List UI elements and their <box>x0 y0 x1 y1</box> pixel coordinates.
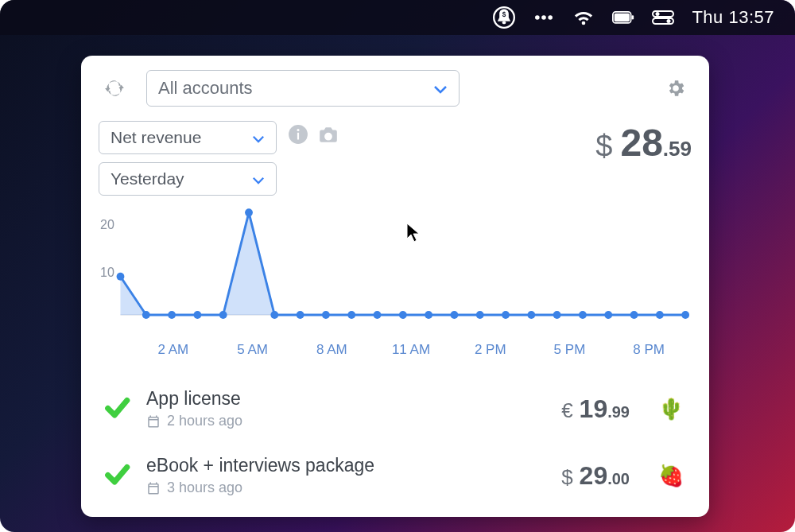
svg-point-35 <box>579 311 587 319</box>
svg-rect-8 <box>632 15 634 19</box>
chart-x-tick: 5 AM <box>213 342 293 358</box>
transaction-row[interactable]: App license2 hours ago€19.99🌵 <box>99 375 692 442</box>
svg-point-38 <box>656 311 664 319</box>
transaction-cents: .99 <box>607 403 630 421</box>
transaction-amount: $29.00 <box>561 461 630 491</box>
chart-x-tick: 5 PM <box>530 342 610 358</box>
settings-button[interactable] <box>660 72 692 104</box>
svg-point-39 <box>681 311 689 319</box>
more-icon[interactable] <box>533 6 555 29</box>
svg-point-30 <box>451 311 459 319</box>
svg-point-12 <box>667 19 671 23</box>
svg-rect-7 <box>615 14 630 22</box>
chevron-down-icon <box>252 128 265 147</box>
account-selector-label: All accounts <box>158 78 253 99</box>
total-amount: $ 28.59 <box>595 121 692 165</box>
chart-canvas <box>99 204 692 339</box>
transaction-title: App license <box>146 388 242 410</box>
svg-point-19 <box>168 311 176 319</box>
refresh-button[interactable] <box>99 72 130 104</box>
svg-point-23 <box>270 311 278 319</box>
svg-point-31 <box>476 311 484 319</box>
chart-y-tick: 20 <box>100 218 114 232</box>
camera-icon[interactable] <box>318 124 339 148</box>
svg-point-17 <box>117 273 125 281</box>
calendar-icon <box>146 481 161 495</box>
svg-point-27 <box>374 311 382 319</box>
transaction-whole: 19 <box>580 394 608 423</box>
menubar-app-icon[interactable]: $ <box>493 6 515 29</box>
transaction-subtitle: 3 hours ago <box>146 480 374 496</box>
wifi-icon[interactable] <box>572 6 595 29</box>
transactions-list: App license2 hours ago€19.99🌵eBook + int… <box>99 375 692 509</box>
svg-point-26 <box>347 311 355 319</box>
svg-point-33 <box>527 311 535 319</box>
transaction-title: eBook + interviews package <box>146 455 374 476</box>
account-selector[interactable]: All accounts <box>146 70 460 107</box>
info-icon[interactable] <box>288 124 308 148</box>
transaction-time: 3 hours ago <box>167 480 242 496</box>
svg-rect-1 <box>502 21 506 25</box>
control-center-icon[interactable] <box>652 6 674 29</box>
transaction-body: eBook + interviews package3 hours ago <box>146 455 374 496</box>
svg-text:$: $ <box>502 11 506 18</box>
transaction-row[interactable]: eBook + interviews package3 hours ago$29… <box>99 442 692 509</box>
svg-point-20 <box>193 311 201 319</box>
filters-row: Net revenue Yesterday $ 28.59 <box>99 121 692 196</box>
menubar-popover: All accounts Net revenue Yesterday <box>81 56 709 517</box>
svg-point-10 <box>656 12 660 16</box>
transaction-body: App license2 hours ago <box>146 388 242 429</box>
transaction-emoji: 🌵 <box>655 397 687 421</box>
svg-point-15 <box>297 129 299 131</box>
svg-point-29 <box>425 311 432 319</box>
metric-selector-label: Net revenue <box>111 128 201 147</box>
transaction-currency: € <box>561 398 572 423</box>
chart-x-tick: 2 PM <box>451 342 530 358</box>
transaction-cents: .00 <box>607 470 630 487</box>
transaction-currency: $ <box>561 465 572 490</box>
revenue-chart: 20 10 2 AM5 AM8 AM11 AM2 PM5 PM8 PM <box>99 204 692 358</box>
transaction-subtitle: 2 hours ago <box>146 413 242 429</box>
chart-x-tick: 2 AM <box>134 342 213 358</box>
menubar-clock[interactable]: Thu 13:57 <box>692 7 774 28</box>
calendar-icon <box>146 414 161 429</box>
checkmark-icon <box>103 394 130 424</box>
svg-point-21 <box>219 311 227 319</box>
svg-point-5 <box>549 15 553 20</box>
svg-point-37 <box>630 311 638 319</box>
desktop-viewport: $ Thu 13:57 All accounts <box>0 0 795 532</box>
period-selector[interactable]: Yesterday <box>99 162 277 196</box>
svg-point-25 <box>322 311 330 319</box>
transaction-time: 2 hours ago <box>167 413 242 429</box>
svg-point-4 <box>542 15 547 20</box>
transaction-emoji: 🍓 <box>655 464 687 488</box>
checkmark-icon <box>103 460 130 491</box>
battery-icon[interactable] <box>612 6 634 29</box>
metric-selector[interactable]: Net revenue <box>99 121 277 154</box>
chevron-down-icon <box>252 169 265 188</box>
svg-point-34 <box>553 311 561 319</box>
chart-y-tick: 10 <box>100 266 114 280</box>
transaction-amount: €19.99 <box>561 394 630 424</box>
svg-point-22 <box>245 208 253 216</box>
chevron-down-icon <box>433 78 448 99</box>
chart-x-tick: 8 PM <box>609 342 688 358</box>
transaction-whole: 29 <box>580 461 608 490</box>
svg-point-36 <box>604 311 612 319</box>
svg-point-18 <box>142 311 150 319</box>
chart-x-tick: 8 AM <box>292 342 371 358</box>
svg-point-32 <box>502 311 510 319</box>
total-cents: .59 <box>663 137 692 161</box>
svg-point-3 <box>535 15 540 20</box>
svg-point-28 <box>399 311 407 319</box>
period-selector-label: Yesterday <box>111 169 184 188</box>
svg-rect-14 <box>297 133 299 140</box>
chart-x-axis: 2 AM5 AM8 AM11 AM2 PM5 PM8 PM <box>99 339 692 358</box>
popover-header: All accounts <box>99 70 692 107</box>
svg-point-24 <box>297 311 304 319</box>
total-whole: 28 <box>620 122 662 164</box>
chart-x-tick: 11 AM <box>371 342 451 358</box>
macos-menubar: $ Thu 13:57 <box>0 0 795 35</box>
total-currency: $ <box>595 129 612 163</box>
